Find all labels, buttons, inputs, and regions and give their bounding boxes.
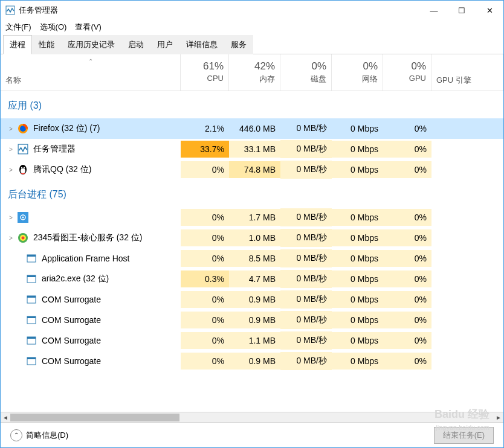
column-memory[interactable]: 42% 内存 bbox=[229, 54, 280, 91]
tab-2[interactable]: 应用历史记录 bbox=[61, 35, 121, 54]
svg-rect-19 bbox=[27, 296, 36, 298]
process-row[interactable]: COM Surrogate0%0.9 MB0 MB/秒0 Mbps0% bbox=[1, 351, 503, 371]
cell-mem: 1.1 MB bbox=[229, 332, 280, 349]
end-task-button[interactable]: 结束任务(E) bbox=[434, 427, 494, 444]
app-icon bbox=[26, 356, 37, 366]
tabs: 进程性能应用历史记录启动用户详细信息服务 bbox=[1, 34, 503, 54]
content-area: ⌃ 名称 61% CPU 42% 内存 0% 磁盘 0% 网络 0% bbox=[1, 54, 503, 422]
process-name: 任务管理器 bbox=[33, 144, 76, 155]
column-network[interactable]: 0% 网络 bbox=[332, 54, 383, 91]
window-title: 任务管理器 bbox=[19, 5, 420, 16]
cell-cpu: 33.7% bbox=[181, 141, 229, 158]
tab-1[interactable]: 性能 bbox=[32, 35, 61, 54]
expand-toggle[interactable]: > bbox=[7, 214, 15, 221]
process-list[interactable]: 应用 (3)>Firefox (32 位) (7)2.1%446.0 MB0 M… bbox=[1, 91, 503, 412]
cell-disk: 0 MB/秒 bbox=[280, 311, 332, 329]
process-row[interactable]: >0%1.7 MB0 MB/秒0 Mbps0% bbox=[1, 207, 503, 228]
app-icon bbox=[26, 335, 37, 346]
expand-toggle[interactable]: > bbox=[7, 167, 15, 173]
process-name: Application Frame Host bbox=[42, 254, 130, 263]
process-row[interactable]: >腾讯QQ (32 位)0%74.8 MB0 MB/秒0 Mbps0% bbox=[1, 159, 503, 180]
cell-gpu: 0% bbox=[383, 209, 431, 226]
process-row[interactable]: COM Surrogate0%0.9 MB0 MB/秒0 Mbps0% bbox=[1, 289, 503, 310]
svg-rect-21 bbox=[27, 316, 36, 318]
cell-cpu: 0.3% bbox=[181, 270, 229, 287]
tab-4[interactable]: 用户 bbox=[150, 35, 179, 54]
menu-item-2[interactable]: 查看(V) bbox=[75, 22, 101, 33]
cell-mem: 4.7 MB bbox=[229, 270, 280, 287]
cell-cpu: 0% bbox=[181, 353, 229, 370]
cell-gpu: 0% bbox=[383, 229, 431, 246]
svg-rect-23 bbox=[27, 337, 36, 339]
column-gpu[interactable]: 0% GPU bbox=[383, 54, 431, 91]
cell-cpu: 0% bbox=[181, 291, 229, 308]
app-icon bbox=[26, 294, 37, 305]
cell-cpu: 0% bbox=[181, 161, 229, 178]
process-name: aria2c.exe (32 位) bbox=[42, 274, 109, 284]
app-icon bbox=[26, 315, 37, 325]
svg-point-6 bbox=[21, 167, 22, 168]
process-name: COM Surrogate bbox=[42, 356, 101, 366]
svg-point-5 bbox=[21, 168, 25, 173]
scroll-thumb[interactable] bbox=[10, 414, 179, 421]
svg-rect-15 bbox=[27, 255, 36, 257]
fewer-details-button[interactable]: ⌃ 简略信息(D) bbox=[10, 429, 68, 441]
cell-net: 0 Mbps bbox=[332, 161, 383, 178]
cell-net: 0 Mbps bbox=[332, 332, 383, 349]
cell-disk: 0 MB/秒 bbox=[280, 140, 332, 158]
tab-5[interactable]: 详细信息 bbox=[179, 35, 224, 54]
menu-item-1[interactable]: 选项(O) bbox=[40, 22, 67, 33]
cell-net: 0 Mbps bbox=[332, 250, 383, 267]
column-disk[interactable]: 0% 磁盘 bbox=[280, 54, 332, 91]
close-button[interactable]: ✕ bbox=[476, 1, 503, 19]
menu-item-0[interactable]: 文件(F) bbox=[5, 22, 31, 33]
cell-net: 0 Mbps bbox=[332, 353, 383, 370]
process-row[interactable]: >Firefox (32 位) (7)2.1%446.0 MB0 MB/秒0 M… bbox=[1, 118, 503, 139]
column-name[interactable]: ⌃ 名称 bbox=[1, 54, 181, 91]
maximize-button[interactable]: ☐ bbox=[448, 1, 476, 19]
tab-0[interactable]: 进程 bbox=[3, 35, 32, 54]
process-row[interactable]: Application Frame Host0%8.5 MB0 MB/秒0 Mb… bbox=[1, 248, 503, 269]
scroll-right-icon[interactable]: ► bbox=[494, 412, 503, 422]
tab-3[interactable]: 启动 bbox=[121, 35, 150, 54]
cell-gpu: 0% bbox=[383, 120, 431, 137]
expand-toggle[interactable]: > bbox=[7, 235, 15, 242]
cell-cpu: 0% bbox=[181, 312, 229, 328]
process-row[interactable]: aria2c.exe (32 位)0.3%4.7 MB0 MB/秒0 Mbps0… bbox=[1, 269, 503, 289]
process-row[interactable]: COM Surrogate0%1.1 MB0 MB/秒0 Mbps0% bbox=[1, 330, 503, 351]
cell-gpu: 0% bbox=[383, 312, 431, 328]
horizontal-scrollbar[interactable]: ◄ ► bbox=[1, 412, 503, 422]
tab-6[interactable]: 服务 bbox=[224, 35, 253, 54]
column-cpu[interactable]: 61% CPU bbox=[181, 54, 229, 91]
expand-toggle[interactable]: > bbox=[7, 146, 15, 153]
cell-cpu: 0% bbox=[181, 332, 229, 349]
minimize-button[interactable]: — bbox=[420, 1, 448, 19]
cell-net: 0 Mbps bbox=[332, 291, 383, 308]
expand-toggle[interactable]: > bbox=[7, 126, 15, 132]
taskmgr-icon bbox=[18, 144, 28, 155]
menubar: 文件(F)选项(O)查看(V) bbox=[1, 20, 503, 34]
cell-gpu: 0% bbox=[383, 161, 431, 178]
process-name: Firefox (32 位) (7) bbox=[33, 123, 100, 134]
process-row[interactable]: >2345看图王-核心服务 (32 位)0%1.0 MB0 MB/秒0 Mbps… bbox=[1, 228, 503, 248]
cell-disk: 0 MB/秒 bbox=[280, 161, 332, 179]
cell-disk: 0 MB/秒 bbox=[280, 352, 332, 370]
footer: ⌃ 简略信息(D) 结束任务(E) bbox=[1, 422, 503, 447]
firefox-icon bbox=[18, 123, 28, 134]
process-name: 2345看图王-核心服务 (32 位) bbox=[33, 232, 142, 243]
cell-net: 0 Mbps bbox=[332, 270, 383, 287]
column-gpu-engine[interactable]: GPU 引擎 bbox=[431, 54, 503, 91]
2345-icon bbox=[18, 232, 28, 243]
cell-gpu: 0% bbox=[383, 353, 431, 370]
cell-gpu: 0% bbox=[383, 141, 431, 158]
svg-rect-25 bbox=[27, 357, 36, 359]
process-row[interactable]: COM Surrogate0%0.9 MB0 MB/秒0 Mbps0% bbox=[1, 310, 503, 330]
titlebar[interactable]: 任务管理器 — ☐ ✕ bbox=[1, 1, 503, 20]
table-header: ⌃ 名称 61% CPU 42% 内存 0% 磁盘 0% 网络 0% bbox=[1, 54, 503, 91]
cell-gpu: 0% bbox=[383, 250, 431, 267]
cell-disk: 0 MB/秒 bbox=[280, 249, 332, 267]
process-row[interactable]: >任务管理器33.7%33.1 MB0 MB/秒0 Mbps0% bbox=[1, 139, 503, 159]
scroll-left-icon[interactable]: ◄ bbox=[1, 412, 10, 422]
cell-mem: 1.0 MB bbox=[229, 229, 280, 246]
cell-cpu: 0% bbox=[181, 209, 229, 226]
